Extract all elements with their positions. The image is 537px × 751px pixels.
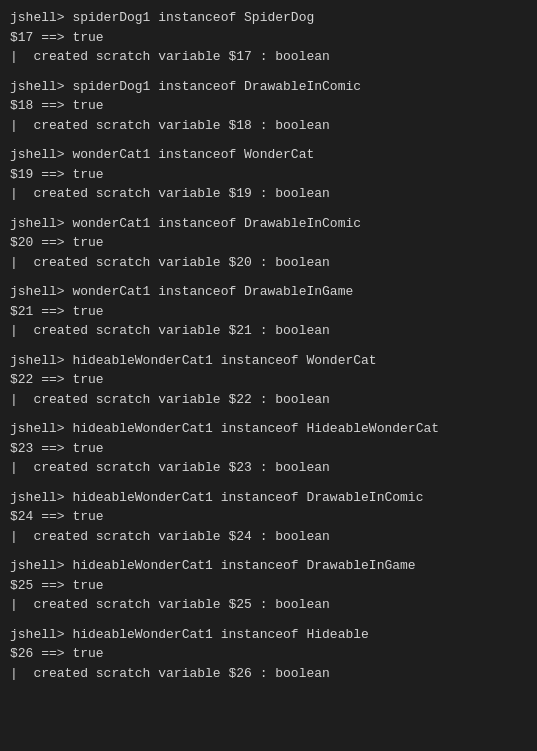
result-line: $23 ==> true (10, 439, 527, 459)
result-line: $19 ==> true (10, 165, 527, 185)
prompt-line: jshell> hideableWonderCat1 instanceof Hi… (10, 625, 527, 645)
scratch-line: | created scratch variable $23 : boolean (10, 458, 527, 478)
result-line: $25 ==> true (10, 576, 527, 596)
scratch-line: | created scratch variable $26 : boolean (10, 664, 527, 684)
repl-block-18: jshell> spiderDog1 instanceof DrawableIn… (10, 77, 527, 136)
scratch-line: | created scratch variable $22 : boolean (10, 390, 527, 410)
scratch-line: | created scratch variable $19 : boolean (10, 184, 527, 204)
result-line: $18 ==> true (10, 96, 527, 116)
prompt-line: jshell> hideableWonderCat1 instanceof Wo… (10, 351, 527, 371)
repl-block-26: jshell> hideableWonderCat1 instanceof Hi… (10, 625, 527, 684)
result-line: $17 ==> true (10, 28, 527, 48)
result-line: $21 ==> true (10, 302, 527, 322)
scratch-line: | created scratch variable $25 : boolean (10, 595, 527, 615)
prompt-line: jshell> spiderDog1 instanceof DrawableIn… (10, 77, 527, 97)
prompt-line: jshell> hideableWonderCat1 instanceof Dr… (10, 488, 527, 508)
prompt-line: jshell> wonderCat1 instanceof DrawableIn… (10, 282, 527, 302)
repl-block-20: jshell> wonderCat1 instanceof DrawableIn… (10, 214, 527, 273)
prompt-line: jshell> wonderCat1 instanceof WonderCat (10, 145, 527, 165)
repl-block-21: jshell> wonderCat1 instanceof DrawableIn… (10, 282, 527, 341)
result-line: $26 ==> true (10, 644, 527, 664)
repl-block-23: jshell> hideableWonderCat1 instanceof Hi… (10, 419, 527, 478)
prompt-line: jshell> wonderCat1 instanceof DrawableIn… (10, 214, 527, 234)
repl-block-25: jshell> hideableWonderCat1 instanceof Dr… (10, 556, 527, 615)
repl-block-19: jshell> wonderCat1 instanceof WonderCat$… (10, 145, 527, 204)
scratch-line: | created scratch variable $24 : boolean (10, 527, 527, 547)
scratch-line: | created scratch variable $18 : boolean (10, 116, 527, 136)
prompt-line: jshell> hideableWonderCat1 instanceof Hi… (10, 419, 527, 439)
scratch-line: | created scratch variable $21 : boolean (10, 321, 527, 341)
result-line: $20 ==> true (10, 233, 527, 253)
result-line: $24 ==> true (10, 507, 527, 527)
repl-block-24: jshell> hideableWonderCat1 instanceof Dr… (10, 488, 527, 547)
repl-block-17: jshell> spiderDog1 instanceof SpiderDog$… (10, 8, 527, 67)
result-line: $22 ==> true (10, 370, 527, 390)
prompt-line: jshell> spiderDog1 instanceof SpiderDog (10, 8, 527, 28)
repl-block-22: jshell> hideableWonderCat1 instanceof Wo… (10, 351, 527, 410)
terminal-window: jshell> spiderDog1 instanceof SpiderDog$… (10, 8, 527, 683)
scratch-line: | created scratch variable $20 : boolean (10, 253, 527, 273)
prompt-line: jshell> hideableWonderCat1 instanceof Dr… (10, 556, 527, 576)
scratch-line: | created scratch variable $17 : boolean (10, 47, 527, 67)
